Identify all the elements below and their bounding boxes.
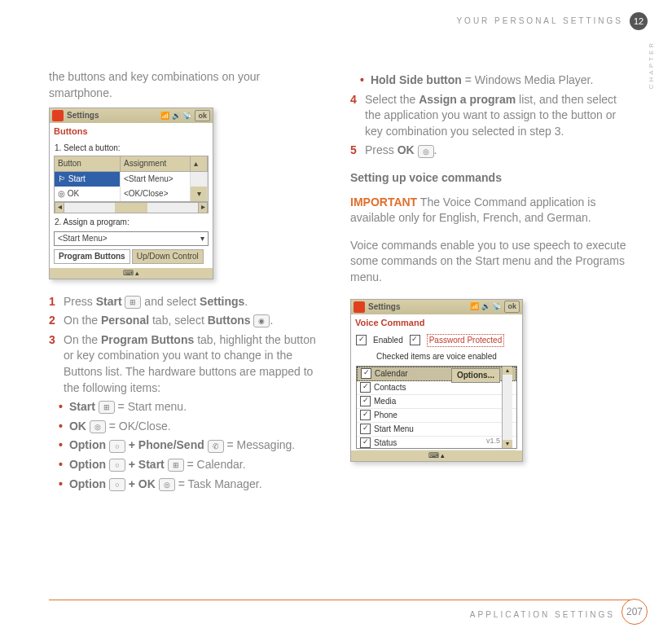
footer-rule (49, 600, 631, 600)
item-checkbox[interactable]: ✓ (360, 382, 371, 393)
window-title: Settings (67, 110, 157, 121)
titlebar-ok-button[interactable]: ok (504, 301, 520, 313)
option-icon: ○ (109, 459, 125, 472)
step-5: 5 Press OK ◎. (350, 143, 627, 159)
item-checkbox[interactable]: ✓ (361, 368, 371, 379)
ok-icon: ◎ (418, 145, 434, 158)
footer-text: APPLICATION SETTINGS (470, 610, 615, 619)
dropdown-value: <Start Menu> (58, 233, 108, 244)
scroll-up-arrow[interactable]: ▴ (503, 367, 512, 375)
buttons-icon: ◉ (253, 314, 270, 327)
list-item[interactable]: ✓Phone (357, 409, 516, 423)
item-checkbox[interactable]: ✓ (360, 410, 371, 420)
item-checkbox[interactable]: ✓ (360, 424, 371, 434)
list-item[interactable]: ✓Start Menu (357, 423, 516, 437)
vertical-scrollbar[interactable]: ▴ ▾ (502, 367, 512, 448)
start-flag-icon (52, 110, 64, 121)
voice-items-listbox: ✓Calendar ✓Contacts ✓Media ✓Phone ✓Start… (356, 366, 517, 449)
ok-row-assign: <OK/Close> (121, 187, 191, 201)
option-icon: ○ (109, 478, 125, 491)
titlebar: Settings 📶 🔊 📡 ok (351, 300, 522, 314)
option-icon: ○ (109, 440, 125, 453)
chevron-down-icon: ▾ (200, 233, 204, 244)
list-item[interactable]: ✓Media (357, 395, 516, 409)
table-row[interactable]: 🏳 Start <Start Menu> (54, 172, 209, 187)
item-checkbox[interactable]: ✓ (360, 437, 371, 448)
ok-icon: ◎ (90, 420, 106, 433)
start-icon: ⊞ (168, 459, 184, 472)
titlebar-ok-button[interactable]: ok (195, 110, 210, 122)
scroll-down-arrow[interactable]: ▾ (191, 187, 208, 201)
assign-program-label: 2. Assign a program: (50, 215, 213, 230)
options-button[interactable]: Options... (451, 368, 500, 383)
horizontal-scrollbar[interactable]: ◂ ▸ (54, 202, 209, 213)
col-header-button: Button (55, 156, 121, 171)
ok-icon: ◎ (159, 478, 175, 491)
select-button-label: 1. Select a button: (50, 141, 213, 156)
bullet-option-phone: • Option ○ + Phone/Send ✆ = Messaging. (59, 437, 326, 454)
scroll-down-arrow[interactable]: ▾ (503, 440, 512, 448)
buttons-table-header: Button Assignment ▴ (54, 156, 209, 172)
ok-row-button: ◎ OK (55, 187, 121, 201)
step-4: 4 Select the Assign a program list, and … (350, 92, 627, 140)
section-label-buttons: Buttons (50, 123, 213, 140)
tab-bar: Program Buttons Up/Down Control (54, 249, 209, 264)
section-label-voice: Voice Command (351, 314, 522, 332)
scroll-left-arrow[interactable]: ◂ (55, 203, 64, 213)
bullet-hold-side: • Hold Side button = Windows Media Playe… (360, 72, 627, 89)
right-column: • Hold Side button = Windows Media Playe… (350, 69, 627, 495)
voice-options-row: ✓ Enabled ✓ Password Protected (351, 332, 522, 349)
step-1: 1 Press Start ⊞ and select Settings. (49, 294, 326, 310)
phone-icon: ✆ (208, 440, 224, 453)
start-icon: ⊞ (99, 401, 115, 414)
header-section: YOUR PERSONAL SETTINGS (456, 16, 623, 25)
keyboard-icon[interactable]: ⌨ ▴ (351, 450, 522, 461)
screenshot-buttons-settings: Settings 📶 🔊 📡 ok Buttons 1. Select a bu… (49, 108, 213, 279)
bullet-ok: • OK ◎ = OK/Close. (59, 419, 326, 435)
window-title: Settings (368, 301, 467, 313)
start-icon: ⊞ (125, 296, 141, 309)
list-item[interactable]: ✓Contacts (357, 381, 516, 395)
enabled-checkbox[interactable]: ✓ (356, 335, 367, 345)
scrollbar-thumb[interactable] (115, 203, 147, 213)
chapter-label-vertical: CHAPTER (648, 41, 655, 89)
start-flag-icon (354, 301, 365, 313)
status-icons: 📶 🔊 📡 (470, 301, 501, 312)
titlebar: Settings 📶 🔊 📡 ok (50, 108, 213, 123)
left-column: the buttons and key combinations on your… (49, 69, 326, 495)
bullet-option-start: • Option ○ + Start ⊞ = Calendar. (59, 457, 326, 473)
assign-program-dropdown[interactable]: <Start Menu> ▾ (54, 231, 209, 246)
chapter-number-badge: 12 (630, 12, 648, 30)
important-block: IMPORTANT The Voice Command application … (350, 195, 627, 226)
version-label: v1.5 (486, 436, 500, 446)
intro-text: the buttons and key combinations on your… (49, 69, 326, 101)
scroll-up-arrow[interactable]: ▴ (191, 156, 208, 171)
enabled-label: Enabled (373, 335, 403, 346)
status-icons: 📶 🔊 📡 (160, 111, 191, 121)
step-2: 2 On the Personal tab, select Buttons ◉. (49, 313, 326, 329)
voice-subtitle: Checked items are voice enabled (351, 349, 522, 364)
col-header-assignment: Assignment (121, 156, 191, 171)
page-number: 207 (621, 599, 648, 625)
bullet-option-ok: • Option ○ + OK ◎ = Task Manager. (59, 477, 326, 493)
step-3: 3 On the Program Buttons tab, highlight … (49, 332, 326, 396)
password-checkbox[interactable]: ✓ (410, 335, 420, 345)
screenshot-voice-command: Settings 📶 🔊 📡 ok Voice Command ✓ Enable… (350, 299, 523, 462)
keyboard-icon[interactable]: ⌨ ▴ (50, 268, 213, 279)
item-checkbox[interactable]: ✓ (360, 396, 371, 406)
password-protected-label: Password Protected (427, 334, 505, 347)
start-row-assign: <Start Menu> (121, 172, 191, 187)
table-row[interactable]: ◎ OK <OK/Close> ▾ (54, 187, 209, 202)
tab-updown-control[interactable]: Up/Down Control (132, 249, 204, 264)
bullet-start: • Start ⊞ = Start menu. (59, 399, 326, 415)
tab-program-buttons[interactable]: Program Buttons (54, 249, 130, 264)
scroll-right-arrow[interactable]: ▸ (198, 203, 208, 213)
start-row-button: 🏳 Start (55, 172, 121, 187)
voice-paragraph: Voice commands enable you to use speech … (350, 238, 627, 286)
section-title-voice: Setting up voice commands (350, 170, 627, 187)
